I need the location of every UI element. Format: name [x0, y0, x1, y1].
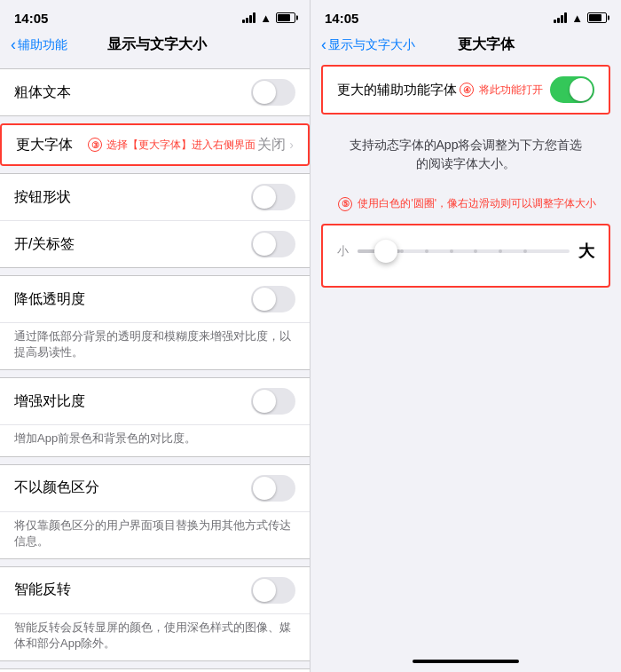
slider-label-large: 大 — [578, 241, 594, 262]
accessibility-font-row[interactable]: 更大的辅助功能字体 ④ 将此功能打开 — [323, 67, 609, 113]
annotation-5-text: 使用白色的'圆圈'，像右边滑动则可以调整字体大小 — [358, 197, 596, 210]
accessibility-font-group: 更大的辅助功能字体 ④ 将此功能打开 — [321, 65, 610, 115]
home-bar — [413, 660, 519, 663]
bold-text-label: 粗体文本 — [14, 83, 251, 102]
left-nav-title: 显示与文字大小 — [14, 36, 299, 54]
smart-invert-label: 智能反转 — [14, 581, 251, 599]
bold-text-toggle-thumb — [253, 81, 276, 104]
font-size-slider-container: 小 — [321, 224, 610, 288]
larger-text-group: 更大字体 ③ 选择【更大字体】进入右侧界面 关闭 › — [0, 123, 310, 166]
annotation-5-circle: ⑤ — [338, 197, 352, 211]
larger-text-value: 关闭 — [257, 136, 286, 154]
bold-text-toggle[interactable] — [251, 79, 295, 106]
right-chevron-icon: ‹ — [321, 36, 326, 54]
reduce-transparency-toggle[interactable] — [251, 286, 295, 312]
slider-dot-6 — [523, 249, 527, 253]
left-status-time: 14:05 — [14, 11, 48, 26]
larger-text-chevron: › — [289, 138, 294, 152]
reduce-transparency-label: 降低透明度 — [14, 290, 251, 309]
button-shape-group: 按钮形状 开/关标签 — [0, 173, 310, 268]
left-phone-screen: 14:05 ▲ ‹ 辅助功能 显示与文字大小 粗体文本 — [0, 0, 310, 672]
reduce-transparency-desc: 通过降低部分背景的透明度和模糊度来增强对比度，以提高易读性。 — [0, 323, 310, 369]
annotation-4-circle: ④ — [460, 83, 474, 97]
right-phone-screen: 14:05 ▲ ‹ 显示与文字大小 更大字体 更大的辅助功能字体 — [310, 0, 621, 672]
smart-invert-toggle[interactable] — [251, 577, 295, 604]
slider-annotation: ⑤ 使用白色的'圆圈'，像右边滑动则可以调整字体大小 — [321, 191, 610, 217]
differentiate-desc: 将仅靠颜色区分的用户界面项目替换为用其他方式传达信息。 — [0, 512, 310, 558]
right-status-bar: 14:05 ▲ — [310, 0, 621, 32]
right-home-indicator — [310, 654, 621, 672]
right-nav-bar: ‹ 显示与文字大小 更大字体 — [310, 32, 621, 61]
larger-text-row[interactable]: 更大字体 ③ 选择【更大字体】进入右侧界面 关闭 › — [2, 125, 308, 164]
left-status-icons: ▲ — [242, 12, 295, 25]
slider-label-small: 小 — [337, 243, 349, 259]
differentiate-toggle[interactable] — [251, 475, 295, 502]
classic-invert-group: 经典反转 经典反转会反转显屏的颜色。 — [0, 668, 310, 672]
slider-thumb[interactable] — [374, 240, 397, 263]
signal-icon — [242, 12, 255, 23]
larger-text-annotation: ③ 选择【更大字体】进入右侧界面 — [85, 138, 257, 153]
right-signal-icon — [554, 12, 567, 23]
onoff-toggle[interactable] — [251, 231, 295, 257]
wifi-icon: ▲ — [260, 12, 271, 25]
right-wifi-icon: ▲ — [571, 12, 583, 25]
slider-dot-5 — [499, 249, 502, 253]
button-shape-row[interactable]: 按钮形状 — [0, 174, 310, 221]
increase-contrast-label: 增强对比度 — [14, 392, 251, 411]
left-nav-bar: ‹ 辅助功能 显示与文字大小 — [0, 32, 310, 61]
larger-text-label: 更大字体 — [16, 136, 85, 154]
slider-dot-3 — [450, 249, 453, 253]
accessibility-font-label: 更大的辅助功能字体 — [337, 82, 457, 99]
smart-invert-desc: 智能反转会反转显屏的颜色，使用深色样式的图像、媒体和部分App除外。 — [0, 614, 310, 660]
right-nav-title: 更大字体 — [362, 36, 610, 54]
slider-label-row: 小 — [337, 238, 594, 265]
bold-text-group: 粗体文本 — [0, 68, 310, 116]
left-status-bar: 14:05 ▲ — [0, 0, 310, 32]
annotation-3-text: 选择【更大字体】进入右侧界面 — [106, 138, 255, 153]
increase-contrast-desc: 增加App前景色和背景色的对比度。 — [0, 425, 310, 455]
increase-contrast-toggle[interactable] — [251, 388, 295, 415]
right-content: 更大的辅助功能字体 ④ 将此功能打开 支持动态字体的App将会调整为下方您首选的… — [310, 61, 621, 654]
smart-invert-group: 智能反转 智能反转会反转显屏的颜色，使用深色样式的图像、媒体和部分App除外。 — [0, 566, 310, 661]
accessibility-font-toggle[interactable] — [550, 76, 594, 103]
smart-invert-row[interactable]: 智能反转 — [0, 567, 310, 614]
differentiate-row[interactable]: 不以颜色区分 — [0, 465, 310, 512]
left-settings-list: 粗体文本 更大字体 ③ 选择【更大字体】进入右侧界面 关闭 › 按钮形状 — [0, 61, 310, 672]
right-battery-icon — [587, 12, 607, 23]
differentiate-group: 不以颜色区分 将仅靠颜色区分的用户界面项目替换为用其他方式传达信息。 — [0, 464, 310, 559]
reduce-transparency-row[interactable]: 降低透明度 — [0, 276, 310, 323]
button-shape-toggle[interactable] — [251, 184, 295, 210]
increase-contrast-group: 增强对比度 增加App前景色和背景色的对比度。 — [0, 377, 310, 456]
slider-dot-4 — [474, 249, 477, 253]
battery-icon — [276, 12, 295, 23]
increase-contrast-row[interactable]: 增强对比度 — [0, 378, 310, 425]
right-status-icons: ▲ — [554, 12, 607, 25]
right-status-time: 14:05 — [325, 11, 358, 26]
reduce-transparency-group: 降低透明度 通过降低部分背景的透明度和模糊度来增强对比度，以提高易读性。 — [0, 275, 310, 370]
button-shape-label: 按钮形状 — [14, 188, 251, 207]
onoff-label-label: 开/关标签 — [14, 235, 251, 254]
annotation-3-circle: ③ — [88, 138, 102, 152]
slider-dot-2 — [425, 249, 428, 253]
differentiate-label: 不以颜色区分 — [14, 478, 251, 497]
right-description: 支持动态字体的App将会调整为下方您首选的阅读字体大小。 — [321, 118, 610, 191]
onoff-label-row[interactable]: 开/关标签 — [0, 221, 310, 267]
bold-text-row[interactable]: 粗体文本 — [0, 69, 310, 115]
annotation-4-text: 将此功能打开 — [479, 83, 543, 98]
slider-dot-1 — [400, 249, 404, 253]
